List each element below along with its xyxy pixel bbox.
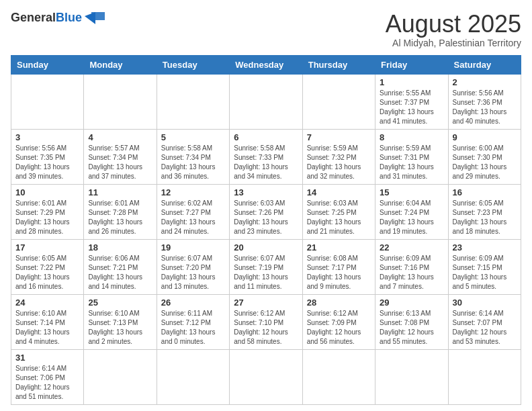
logo: GeneralBlue [11, 11, 106, 26]
calendar-cell: 14Sunrise: 6:03 AM Sunset: 7:25 PM Dayli… [302, 184, 375, 239]
day-info: Sunrise: 6:09 AM Sunset: 7:15 PM Dayligh… [453, 254, 517, 291]
calendar-cell: 16Sunrise: 6:05 AM Sunset: 7:23 PM Dayli… [448, 184, 521, 239]
calendar-cell [230, 74, 302, 129]
day-info: Sunrise: 6:12 AM Sunset: 7:09 PM Dayligh… [307, 309, 371, 347]
calendar-cell: 12Sunrise: 6:02 AM Sunset: 7:27 PM Dayli… [157, 184, 229, 239]
weekday-header-friday: Friday [375, 55, 448, 74]
day-number: 9 [453, 132, 517, 142]
day-number: 7 [307, 132, 371, 142]
calendar-cell [448, 349, 521, 404]
day-info: Sunrise: 6:10 AM Sunset: 7:13 PM Dayligh… [88, 309, 152, 347]
calendar-week-row: 17Sunrise: 6:05 AM Sunset: 7:22 PM Dayli… [11, 239, 521, 294]
day-info: Sunrise: 6:11 AM Sunset: 7:12 PM Dayligh… [161, 309, 225, 347]
day-number: 2 [453, 77, 517, 87]
subtitle: Al Midyah, Palestinian Territory [386, 38, 521, 48]
day-info: Sunrise: 6:13 AM Sunset: 7:08 PM Dayligh… [380, 309, 443, 347]
day-info: Sunrise: 6:09 AM Sunset: 7:16 PM Dayligh… [380, 254, 443, 291]
calendar-cell: 19Sunrise: 6:07 AM Sunset: 7:20 PM Dayli… [157, 239, 229, 294]
day-number: 17 [15, 242, 79, 253]
calendar-cell: 31Sunrise: 6:14 AM Sunset: 7:06 PM Dayli… [11, 349, 84, 404]
day-number: 5 [161, 132, 225, 142]
calendar-cell [11, 74, 84, 129]
calendar-week-row: 1Sunrise: 5:55 AM Sunset: 7:37 PM Daylig… [11, 74, 521, 129]
day-info: Sunrise: 5:55 AM Sunset: 7:37 PM Dayligh… [380, 89, 443, 126]
day-info: Sunrise: 6:04 AM Sunset: 7:24 PM Dayligh… [380, 199, 443, 236]
calendar-cell: 17Sunrise: 6:05 AM Sunset: 7:22 PM Dayli… [11, 239, 84, 294]
calendar-cell: 5Sunrise: 5:58 AM Sunset: 7:34 PM Daylig… [157, 129, 229, 184]
calendar-cell: 11Sunrise: 6:01 AM Sunset: 7:28 PM Dayli… [84, 184, 157, 239]
calendar-cell: 4Sunrise: 5:57 AM Sunset: 7:34 PM Daylig… [84, 129, 157, 184]
day-number: 29 [380, 298, 443, 308]
calendar-week-row: 31Sunrise: 6:14 AM Sunset: 7:06 PM Dayli… [11, 349, 521, 404]
day-info: Sunrise: 6:05 AM Sunset: 7:23 PM Dayligh… [453, 199, 517, 236]
calendar-cell: 6Sunrise: 5:58 AM Sunset: 7:33 PM Daylig… [230, 129, 302, 184]
calendar-cell: 10Sunrise: 6:01 AM Sunset: 7:29 PM Dayli… [11, 184, 84, 239]
calendar-cell: 7Sunrise: 5:59 AM Sunset: 7:32 PM Daylig… [302, 129, 375, 184]
day-number: 23 [453, 242, 517, 253]
calendar-cell: 9Sunrise: 6:00 AM Sunset: 7:30 PM Daylig… [448, 129, 521, 184]
day-number: 24 [15, 298, 79, 308]
day-number: 10 [15, 187, 79, 197]
day-info: Sunrise: 5:59 AM Sunset: 7:32 PM Dayligh… [307, 144, 371, 181]
calendar-cell: 28Sunrise: 6:12 AM Sunset: 7:09 PM Dayli… [302, 294, 375, 349]
day-info: Sunrise: 5:58 AM Sunset: 7:33 PM Dayligh… [234, 144, 298, 181]
day-number: 3 [15, 132, 79, 142]
calendar-week-row: 3Sunrise: 5:56 AM Sunset: 7:35 PM Daylig… [11, 129, 521, 184]
day-info: Sunrise: 6:07 AM Sunset: 7:20 PM Dayligh… [161, 254, 225, 291]
day-number: 13 [234, 187, 298, 197]
main-title: August 2025 [386, 11, 521, 38]
day-info: Sunrise: 5:59 AM Sunset: 7:31 PM Dayligh… [380, 144, 443, 181]
weekday-header-wednesday: Wednesday [230, 55, 302, 74]
day-number: 14 [307, 187, 371, 197]
calendar-cell: 18Sunrise: 6:06 AM Sunset: 7:21 PM Dayli… [84, 239, 157, 294]
day-info: Sunrise: 6:12 AM Sunset: 7:10 PM Dayligh… [234, 309, 298, 347]
day-info: Sunrise: 6:14 AM Sunset: 7:07 PM Dayligh… [453, 309, 517, 347]
calendar-cell [84, 74, 157, 129]
calendar-cell: 8Sunrise: 5:59 AM Sunset: 7:31 PM Daylig… [375, 129, 448, 184]
day-number: 31 [15, 353, 79, 363]
weekday-header-monday: Monday [84, 55, 157, 74]
calendar-week-row: 24Sunrise: 6:10 AM Sunset: 7:14 PM Dayli… [11, 294, 521, 349]
calendar-cell: 21Sunrise: 6:08 AM Sunset: 7:17 PM Dayli… [302, 239, 375, 294]
calendar-cell [302, 349, 375, 404]
day-number: 27 [234, 298, 298, 308]
day-info: Sunrise: 6:02 AM Sunset: 7:27 PM Dayligh… [161, 199, 225, 236]
calendar-cell: 26Sunrise: 6:11 AM Sunset: 7:12 PM Dayli… [157, 294, 229, 349]
day-number: 19 [161, 242, 225, 253]
day-number: 25 [88, 298, 152, 308]
calendar-cell [302, 74, 375, 129]
day-info: Sunrise: 6:01 AM Sunset: 7:29 PM Dayligh… [15, 199, 79, 236]
day-number: 26 [161, 298, 225, 308]
title-area: August 2025 Al Midyah, Palestinian Terri… [386, 11, 521, 48]
calendar-cell [157, 349, 229, 404]
day-info: Sunrise: 6:05 AM Sunset: 7:22 PM Dayligh… [15, 254, 79, 291]
calendar-cell [84, 349, 157, 404]
day-info: Sunrise: 6:08 AM Sunset: 7:17 PM Dayligh… [307, 254, 371, 291]
calendar-cell: 25Sunrise: 6:10 AM Sunset: 7:13 PM Dayli… [84, 294, 157, 349]
weekday-header-thursday: Thursday [302, 55, 375, 74]
day-number: 21 [307, 242, 371, 253]
weekday-header-saturday: Saturday [448, 55, 521, 74]
day-number: 30 [453, 298, 517, 308]
day-number: 8 [380, 132, 443, 142]
calendar-cell: 15Sunrise: 6:04 AM Sunset: 7:24 PM Dayli… [375, 184, 448, 239]
day-number: 28 [307, 298, 371, 308]
day-number: 18 [88, 242, 152, 253]
day-info: Sunrise: 5:56 AM Sunset: 7:35 PM Dayligh… [15, 144, 79, 181]
day-number: 4 [88, 132, 152, 142]
day-info: Sunrise: 5:58 AM Sunset: 7:34 PM Dayligh… [161, 144, 225, 181]
logo-icon [85, 11, 106, 26]
day-number: 22 [380, 242, 443, 253]
svg-marker-1 [85, 12, 95, 24]
calendar-cell [375, 349, 448, 404]
day-info: Sunrise: 6:06 AM Sunset: 7:21 PM Dayligh… [88, 254, 152, 291]
day-info: Sunrise: 5:57 AM Sunset: 7:34 PM Dayligh… [88, 144, 152, 181]
calendar-cell: 3Sunrise: 5:56 AM Sunset: 7:35 PM Daylig… [11, 129, 84, 184]
calendar-cell: 22Sunrise: 6:09 AM Sunset: 7:16 PM Dayli… [375, 239, 448, 294]
day-info: Sunrise: 6:03 AM Sunset: 7:25 PM Dayligh… [307, 199, 371, 236]
weekday-header-sunday: Sunday [11, 55, 84, 74]
day-info: Sunrise: 6:14 AM Sunset: 7:06 PM Dayligh… [15, 364, 79, 402]
weekday-header-tuesday: Tuesday [157, 55, 229, 74]
day-number: 20 [234, 242, 298, 253]
day-number: 16 [453, 187, 517, 197]
